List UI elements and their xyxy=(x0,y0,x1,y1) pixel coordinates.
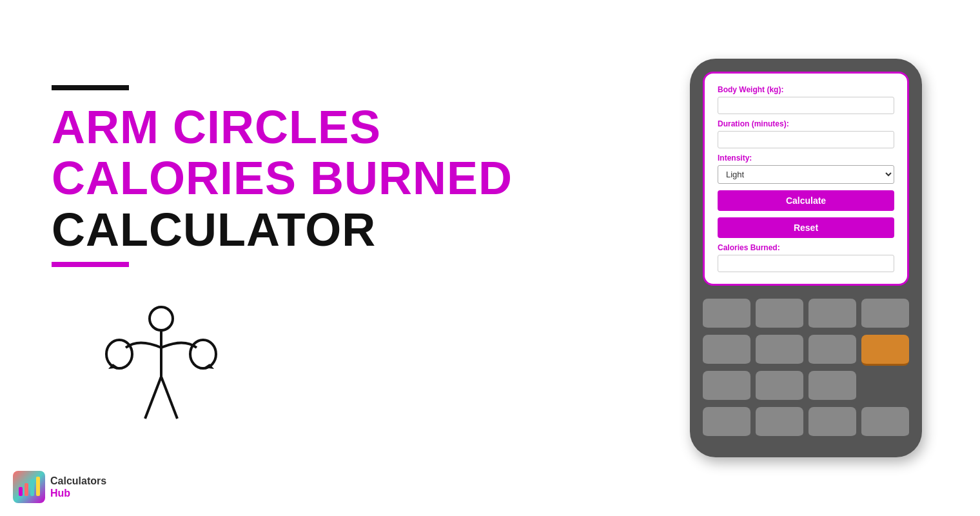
calories-burned-label: Calories Burned: xyxy=(718,243,894,252)
body-weight-input[interactable] xyxy=(718,97,894,114)
duration-label: Duration (minutes): xyxy=(718,119,894,128)
key-orange-tall[interactable] xyxy=(861,335,909,366)
body-weight-label: Body Weight (kg): xyxy=(718,85,894,94)
calculator-keypad xyxy=(703,299,909,438)
stick-figure xyxy=(90,299,232,444)
right-section: Body Weight (kg): Duration (minutes): In… xyxy=(683,59,928,457)
svg-rect-8 xyxy=(19,487,23,496)
top-decorative-bar xyxy=(52,85,129,90)
logo-icon xyxy=(13,471,45,503)
title-line-2: CALORIES BURNED xyxy=(52,153,683,204)
calculate-button[interactable]: Calculate xyxy=(718,190,894,211)
svg-point-4 xyxy=(190,340,216,368)
bottom-decorative-bar xyxy=(52,262,129,267)
key-8[interactable] xyxy=(703,371,750,402)
intensity-select[interactable]: Light Moderate Vigorous xyxy=(718,165,894,184)
logo: Calculators Hub xyxy=(13,471,106,503)
key-1[interactable] xyxy=(703,299,750,330)
title-line-3: CALCULATOR xyxy=(52,204,683,255)
logo-text-bottom: Hub xyxy=(50,487,106,499)
key-13[interactable] xyxy=(808,407,856,438)
left-section: ARM CIRCLES CALORIES BURNED CALCULATOR xyxy=(52,72,683,444)
key-12[interactable] xyxy=(756,407,803,438)
key-3[interactable] xyxy=(808,299,856,330)
key-9[interactable] xyxy=(756,371,803,402)
key-10[interactable] xyxy=(808,371,856,402)
key-14[interactable] xyxy=(861,407,909,438)
svg-rect-10 xyxy=(30,479,34,496)
key-11[interactable] xyxy=(703,407,750,438)
svg-rect-9 xyxy=(24,483,28,496)
logo-text-top: Calculators xyxy=(50,475,106,487)
key-5[interactable] xyxy=(703,335,750,366)
main-container: ARM CIRCLES CALORIES BURNED CALCULATOR xyxy=(0,0,980,516)
svg-line-6 xyxy=(145,377,161,419)
key-4[interactable] xyxy=(861,299,909,330)
svg-point-0 xyxy=(150,307,173,330)
svg-line-7 xyxy=(161,377,177,419)
figure-area xyxy=(52,299,683,444)
calories-result-input xyxy=(718,255,894,272)
title-line-1: ARM CIRCLES xyxy=(52,102,683,153)
calculator-device: Body Weight (kg): Duration (minutes): In… xyxy=(690,59,922,457)
duration-input[interactable] xyxy=(718,131,894,148)
logo-text: Calculators Hub xyxy=(50,475,106,499)
calculator-screen: Body Weight (kg): Duration (minutes): In… xyxy=(703,72,909,286)
svg-rect-11 xyxy=(36,477,40,496)
reset-button[interactable]: Reset xyxy=(718,217,894,238)
key-2[interactable] xyxy=(756,299,803,330)
key-7[interactable] xyxy=(808,335,856,366)
svg-point-2 xyxy=(106,340,132,368)
intensity-label: Intensity: xyxy=(718,154,894,163)
key-6[interactable] xyxy=(756,335,803,366)
